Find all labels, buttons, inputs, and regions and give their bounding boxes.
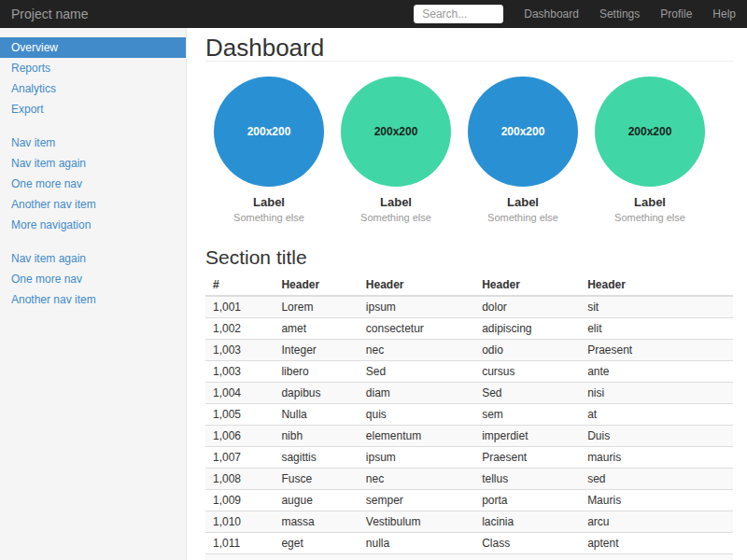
sidebar-item-another-nav-item[interactable]: Another nav item xyxy=(0,194,186,215)
navbar-link-dashboard[interactable]: Dashboard xyxy=(524,7,579,21)
table-header-1: Header xyxy=(274,274,358,296)
placeholder-circle-1: 200x200 xyxy=(341,77,451,187)
navbar-right-group: Dashboard Settings Profile Help xyxy=(414,5,747,23)
sidebar-group-1: Overview Reports Analytics Export xyxy=(0,37,186,119)
sidebar-item-reports[interactable]: Reports xyxy=(0,58,186,78)
project-name-brand[interactable]: Project name xyxy=(0,0,99,28)
placeholder-size-text: 200x200 xyxy=(628,125,672,138)
table-row: 1,011egetnullaClassaptent xyxy=(205,533,733,554)
search-input[interactable] xyxy=(414,5,503,23)
data-table: # Header Header Header Header 1,001Lorem… xyxy=(205,274,733,560)
placeholder-sublabel: Something else xyxy=(332,211,459,224)
placeholder-label: Label xyxy=(459,195,586,210)
sidebar-group-2: Nav item Nav item again One more nav Ano… xyxy=(0,133,186,235)
placeholder-size-text: 200x200 xyxy=(374,125,418,138)
table-row: 1,012tacitisociosquadlitora xyxy=(205,554,733,560)
table-header-4: Header xyxy=(580,274,733,296)
table-row: 1,010massaVestibulumlaciniaarcu xyxy=(205,511,733,533)
table-row: 1,002ametconsecteturadipiscingelit xyxy=(205,318,733,340)
placeholder-circle-3: 200x200 xyxy=(595,77,705,187)
placeholder-size-text: 200x200 xyxy=(501,125,545,138)
sidebar-group-3: Nav item again One more nav Another nav … xyxy=(0,248,186,310)
navbar-link-profile[interactable]: Profile xyxy=(660,7,692,21)
sidebar-item-nav-item-again-2[interactable]: Nav item again xyxy=(0,248,186,269)
placeholder-row: 200x200 Label Something else 200x200 Lab… xyxy=(205,77,714,224)
sidebar-item-one-more-nav[interactable]: One more nav xyxy=(0,174,186,194)
table-row: 1,007sagittisipsumPraesentmauris xyxy=(205,447,733,469)
placeholder-sublabel: Something else xyxy=(459,211,586,224)
top-navbar: Project name Dashboard Settings Profile … xyxy=(0,0,747,28)
table-row: 1,006nibhelementumimperdietDuis xyxy=(205,426,733,447)
navbar-link-help[interactable]: Help xyxy=(712,7,736,21)
sidebar-item-export[interactable]: Export xyxy=(0,99,186,119)
table-row: 1,003liberoSedcursusante xyxy=(205,361,733,383)
placeholder-col-2: 200x200 Label Something else xyxy=(332,77,459,224)
placeholder-circle-2: 200x200 xyxy=(468,77,578,187)
table-row: 1,004dapibusdiamSednisi xyxy=(205,383,733,404)
table-row: 1,001Loremipsumdolorsit xyxy=(205,296,733,318)
page-title: Dashboard xyxy=(205,35,733,62)
navbar-link-settings[interactable]: Settings xyxy=(599,7,640,21)
table-row: 1,008Fuscenectellussed xyxy=(205,469,733,490)
section-title: Section title xyxy=(205,246,733,269)
sidebar-item-nav-item-again[interactable]: Nav item again xyxy=(0,153,186,174)
table-row: 1,005Nullaquissemat xyxy=(205,404,733,426)
placeholder-size-text: 200x200 xyxy=(247,125,291,138)
placeholder-circle-0: 200x200 xyxy=(214,77,324,187)
placeholder-label: Label xyxy=(332,195,459,210)
sidebar-item-analytics[interactable]: Analytics xyxy=(0,78,186,99)
table-header-row: # Header Header Header Header xyxy=(205,274,733,296)
placeholder-label: Label xyxy=(205,195,332,210)
main-content: Dashboard 200x200 Label Something else 2… xyxy=(187,0,747,560)
sidebar-item-another-nav-item-2[interactable]: Another nav item xyxy=(0,289,186,310)
table-row: 1,003IntegernecodioPraesent xyxy=(205,340,733,361)
placeholder-label: Label xyxy=(586,195,713,210)
sidebar: Overview Reports Analytics Export Nav it… xyxy=(0,28,187,560)
sidebar-item-one-more-nav-2[interactable]: One more nav xyxy=(0,269,186,289)
sidebar-item-overview[interactable]: Overview xyxy=(0,37,186,58)
placeholder-sublabel: Something else xyxy=(205,211,332,224)
table-header-index: # xyxy=(205,274,274,296)
placeholder-col-1: 200x200 Label Something else xyxy=(205,77,332,224)
table-header-3: Header xyxy=(474,274,580,296)
placeholder-col-4: 200x200 Label Something else xyxy=(586,77,713,224)
placeholder-col-3: 200x200 Label Something else xyxy=(459,77,586,224)
table-header-2: Header xyxy=(359,274,474,296)
placeholder-sublabel: Something else xyxy=(586,211,713,224)
table-row: 1,009auguesemperportaMauris xyxy=(205,490,733,511)
sidebar-item-more-navigation[interactable]: More navigation xyxy=(0,215,186,235)
sidebar-item-nav-item[interactable]: Nav item xyxy=(0,133,186,153)
